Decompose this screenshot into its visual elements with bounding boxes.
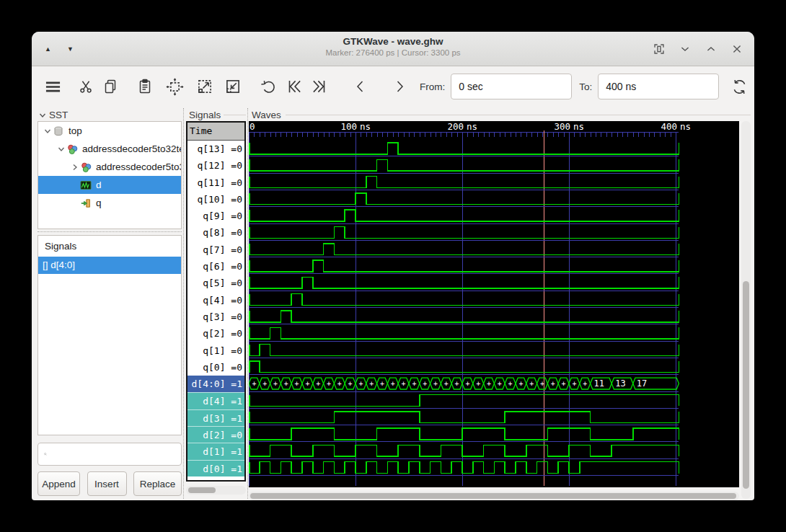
svg-text:+: + bbox=[273, 380, 278, 388]
zoom-in-icon[interactable] bbox=[195, 74, 214, 99]
signal-row[interactable]: q[13] =0 bbox=[187, 141, 244, 157]
sst-signals-header: Signals bbox=[38, 236, 181, 257]
signals-frame-label: Signals bbox=[189, 110, 221, 120]
pane-splitter-right[interactable] bbox=[247, 108, 248, 499]
expander-closed-icon[interactable] bbox=[70, 164, 80, 171]
prev-edge-icon[interactable] bbox=[352, 74, 369, 99]
copy-icon[interactable] bbox=[102, 74, 119, 99]
close-icon[interactable] bbox=[728, 40, 746, 58]
svg-text:+: + bbox=[476, 380, 480, 388]
signal-row[interactable]: d[4] =1 bbox=[187, 392, 244, 409]
svg-text:+: + bbox=[423, 380, 427, 388]
chevron-down-icon[interactable] bbox=[676, 40, 694, 58]
svg-text:+: + bbox=[583, 380, 587, 388]
svg-text:200: 200 bbox=[447, 121, 464, 132]
tree-item-addressdecoder5to32tes[interactable]: addressdecoder5to32tes bbox=[38, 140, 181, 158]
shade-up-icon[interactable]: ▲ bbox=[45, 46, 51, 53]
insert-button[interactable]: Insert bbox=[87, 471, 127, 496]
reload-icon[interactable] bbox=[730, 74, 749, 99]
svg-text:+: + bbox=[508, 380, 513, 388]
tree-item-addressdecoder5to32[interactable]: addressdecoder5to32 bbox=[38, 158, 181, 176]
signal-row[interactable]: q[0] =0 bbox=[187, 359, 244, 376]
time-column-header: Time bbox=[187, 123, 244, 141]
svg-text:ns: ns bbox=[467, 121, 477, 132]
svg-text:13: 13 bbox=[615, 378, 625, 389]
paste-icon[interactable] bbox=[136, 74, 154, 99]
svg-text:+: + bbox=[391, 380, 395, 388]
waves-horizontal-scrollbar[interactable] bbox=[249, 492, 739, 500]
expander-open-icon[interactable] bbox=[56, 146, 66, 153]
signal-row[interactable]: d[0] =1 bbox=[187, 460, 244, 476]
signal-row[interactable]: q[10] =0 bbox=[187, 191, 244, 208]
svg-text:+: + bbox=[487, 380, 491, 388]
search-input[interactable] bbox=[51, 448, 181, 461]
zoom-fit-icon[interactable] bbox=[165, 74, 185, 99]
menu-icon[interactable] bbox=[43, 74, 63, 99]
sst-signals-panel: Signals [] d[4:0] bbox=[37, 235, 182, 435]
svg-text:+: + bbox=[465, 380, 469, 388]
svg-text:+: + bbox=[369, 380, 374, 388]
pane-splitter-left[interactable] bbox=[183, 108, 184, 499]
waves-vertical-scrollbar[interactable] bbox=[741, 121, 751, 499]
wave-canvas[interactable]: ++++++++++++++++++++++++++++++++11131701… bbox=[249, 121, 739, 487]
to-input[interactable] bbox=[598, 74, 719, 99]
window-subtitle: Marker: 276400 ps | Cursor: 3300 ps bbox=[32, 48, 754, 57]
signal-row[interactable]: q[1] =0 bbox=[187, 342, 244, 359]
signal-row[interactable]: q[7] =0 bbox=[187, 241, 244, 258]
go-to-end-icon[interactable] bbox=[310, 74, 329, 99]
signal-row[interactable]: q[9] =0 bbox=[187, 208, 244, 224]
zoom-out-icon[interactable] bbox=[224, 74, 242, 99]
signal-row[interactable]: d[1] =1 bbox=[187, 443, 244, 459]
titlebar: ▲ ▼ GTKWave - wave.ghw Marker: 276400 ps… bbox=[32, 32, 754, 66]
signal-name-table: Time q[13] =0q[12] =0q[11] =0q[10] =0q[9… bbox=[186, 121, 246, 482]
signal-row[interactable]: q[12] =0 bbox=[187, 157, 244, 174]
signal-row[interactable]: q[5] =0 bbox=[187, 275, 244, 291]
scrollbar-thumb[interactable] bbox=[188, 487, 216, 493]
svg-text:+: + bbox=[295, 380, 299, 388]
signal-row[interactable]: q[6] =0 bbox=[187, 258, 244, 275]
signal-row[interactable]: q[2] =0 bbox=[187, 325, 244, 342]
chevron-down-icon bbox=[39, 112, 46, 119]
signal-row[interactable]: q[3] =0 bbox=[187, 309, 244, 325]
sst-frame-label[interactable]: SST bbox=[39, 110, 68, 120]
signal-row[interactable]: q[4] =0 bbox=[187, 292, 244, 309]
module-icon bbox=[53, 125, 65, 137]
replace-button[interactable]: Replace bbox=[133, 471, 182, 496]
cut-icon[interactable] bbox=[77, 74, 94, 99]
svg-text:+: + bbox=[316, 380, 320, 388]
go-to-start-icon[interactable] bbox=[285, 74, 304, 99]
instance-icon bbox=[80, 161, 92, 173]
undo-icon[interactable] bbox=[260, 74, 278, 99]
toolbar: From:To: bbox=[32, 66, 754, 107]
scrollbar-thumb[interactable] bbox=[250, 493, 736, 499]
svg-text:+: + bbox=[412, 380, 416, 388]
chevron-up-icon[interactable] bbox=[702, 40, 720, 58]
tree-item-d[interactable]: d bbox=[38, 176, 181, 194]
next-edge-icon[interactable] bbox=[391, 74, 408, 99]
signal-row[interactable]: d[3] =1 bbox=[187, 409, 244, 426]
from-input[interactable] bbox=[451, 74, 572, 99]
pane-splitter-horizontal[interactable] bbox=[37, 231, 182, 232]
scrollbar-thumb[interactable] bbox=[743, 281, 749, 489]
signal-row[interactable]: d[2] =0 bbox=[187, 426, 244, 443]
signal-row[interactable]: d[4:0] =1 bbox=[187, 376, 244, 392]
tree-item-top[interactable]: top bbox=[38, 122, 181, 140]
append-button[interactable]: Append bbox=[37, 471, 80, 496]
shade-down-icon[interactable]: ▼ bbox=[67, 46, 74, 53]
svg-text:+: + bbox=[455, 380, 459, 388]
fullscreen-icon[interactable] bbox=[650, 40, 668, 58]
signals-horizontal-scrollbar[interactable] bbox=[186, 486, 246, 495]
tree-item-q[interactable]: q bbox=[38, 194, 181, 212]
wave-icon bbox=[80, 179, 92, 191]
tree-item-label: addressdecoder5to32tes bbox=[82, 143, 181, 154]
svg-text:+: + bbox=[540, 380, 544, 388]
expander-open-icon[interactable] bbox=[43, 128, 53, 135]
svg-text:+: + bbox=[518, 380, 523, 388]
from-label: From: bbox=[420, 81, 445, 92]
signal-list-item[interactable]: [] d[4:0] bbox=[38, 257, 181, 274]
signal-row[interactable]: q[8] =0 bbox=[187, 224, 244, 241]
signal-row[interactable]: q[11] =0 bbox=[187, 174, 244, 191]
svg-text:100: 100 bbox=[340, 121, 357, 132]
svg-text:0: 0 bbox=[250, 121, 255, 132]
svg-text:+: + bbox=[572, 380, 576, 388]
